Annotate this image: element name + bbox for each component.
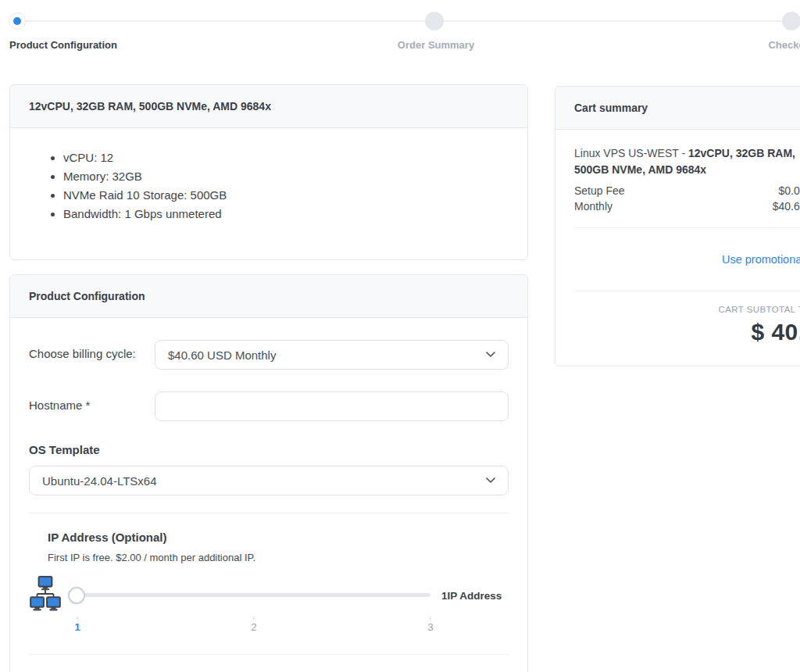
promo-code-link[interactable]: Use promotional code (722, 253, 800, 266)
cart-row-label: Monthly (574, 199, 612, 214)
product-summary-card: 12vCPU, 32GB RAM, 500GB NVMe, AMD 9684x … (9, 84, 528, 260)
cart-row-value: $40.60 USD (773, 199, 800, 214)
step-dot-product-configuration[interactable] (9, 13, 26, 30)
chevron-down-icon (486, 352, 495, 358)
cart-divider (574, 227, 800, 228)
hostname-label: Hostname * (29, 391, 155, 421)
os-template-label: OS Template (29, 443, 509, 456)
billing-cycle-value: $40.60 USD Monthly (168, 349, 276, 362)
slider-tick-2[interactable]: 2 (251, 617, 256, 633)
cart-divider (574, 291, 800, 291)
chevron-down-icon (486, 477, 495, 484)
billing-cycle-select[interactable]: $40.60 USD Monthly (155, 340, 509, 370)
spec-item-vcpu: vCPU: 12 (63, 148, 509, 167)
product-configuration-title: Product Configuration (10, 275, 527, 318)
ip-count-value: 1IP Address (441, 590, 509, 602)
os-template-select[interactable]: Ubuntu-24.04-LTSx64 (29, 466, 509, 495)
section-divider (29, 654, 509, 655)
cart-subtotal-label: CART SUBTOTAL TODAY: (574, 305, 800, 314)
slider-tick-3[interactable]: 3 (427, 617, 433, 633)
cart-summary-title: Cart summary (555, 87, 800, 130)
cart-product-prefix: Linux VPS US-WEST - (574, 147, 688, 159)
ip-address-heading: IP Address (Optional) (48, 531, 509, 544)
step-dot-order-summary[interactable] (425, 12, 444, 30)
step-label-product-configuration[interactable]: Product Configuration (9, 39, 117, 51)
network-icon (29, 576, 62, 615)
spec-item-storage: NVMe Raid 10 Storage: 500GB (63, 186, 509, 205)
spec-item-bandwidth: Bandwidth: 1 Gbps unmetered (63, 205, 509, 223)
checkout-stepper: Product Configuration Order Summary Chec… (0, 0, 800, 84)
spec-item-memory: Memory: 32GB (63, 167, 509, 186)
step-label-order-summary[interactable]: Order Summary (398, 39, 474, 51)
cart-row-setup-fee: Setup Fee $0.00 USD (574, 184, 800, 198)
stepper-track (17, 20, 800, 22)
os-template-value: Ubuntu-24.04-LTSx64 (42, 474, 156, 488)
slider-track[interactable] (76, 593, 430, 597)
ip-count-slider[interactable] (68, 579, 430, 612)
step-dot-checkout[interactable] (782, 12, 800, 30)
ip-address-description: First IP is free. $2.00 / month per addi… (48, 552, 509, 563)
cart-row-value: $0.00 USD (779, 184, 800, 198)
product-summary-title: 12vCPU, 32GB RAM, 500GB NVMe, AMD 9684x (10, 85, 527, 128)
slider-handle[interactable] (68, 587, 85, 604)
cart-product-line: Linux VPS US-WEST - 12vCPU, 32GB RAM, 50… (574, 145, 800, 178)
cart-row-label: Setup Fee (574, 184, 625, 198)
cart-row-monthly: Monthly $40.60 USD (574, 199, 800, 214)
section-divider (29, 513, 509, 513)
billing-cycle-label: Choose billing cycle: (29, 340, 155, 370)
product-configuration-card: Product Configuration Choose billing cyc… (9, 274, 528, 672)
hostname-field[interactable] (155, 391, 509, 421)
spec-list: vCPU: 12 Memory: 32GB NVMe Raid 10 Stora… (29, 148, 509, 223)
cart-subtotal-value: $ 40.60 (574, 319, 800, 345)
slider-ticks: 1 2 3 (77, 617, 430, 637)
step-label-checkout[interactable]: Checkout (768, 39, 800, 51)
slider-tick-1[interactable]: 1 (74, 617, 80, 633)
cart-summary-card: Cart summary Linux VPS US-WEST - 12vCPU,… (555, 86, 800, 366)
